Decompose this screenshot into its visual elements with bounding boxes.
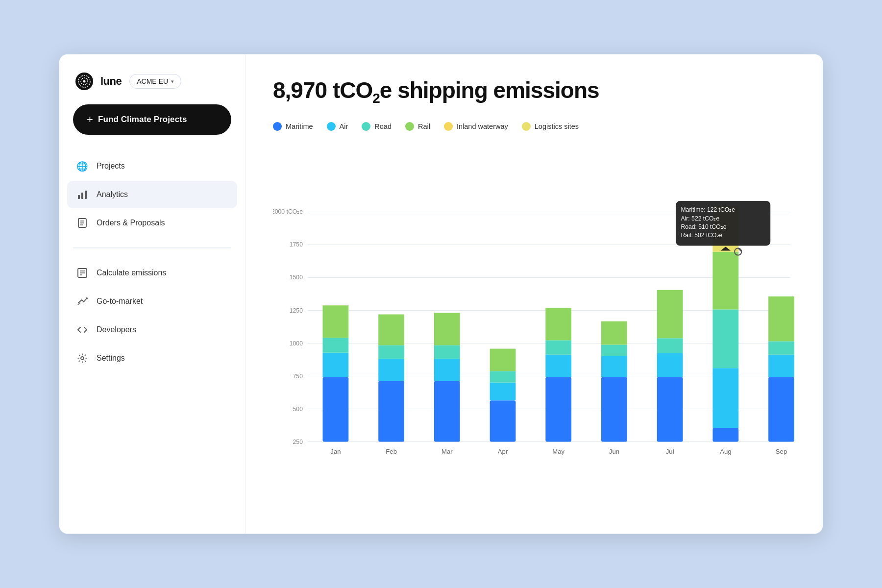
- svg-text:250: 250: [293, 439, 303, 445]
- svg-text:750: 750: [293, 373, 303, 380]
- svg-rect-50: [490, 371, 516, 382]
- fund-btn-label: Fund Climate Projects: [98, 115, 187, 124]
- legend-air-dot: [327, 122, 336, 131]
- svg-rect-76: [768, 341, 794, 354]
- main-nav: 🌐 Projects Analytics: [59, 148, 245, 241]
- bar-jan[interactable]: [323, 305, 349, 441]
- svg-rect-65: [657, 338, 683, 353]
- svg-rect-64: [657, 353, 683, 377]
- bar-may[interactable]: [545, 308, 571, 441]
- calculate-icon: [76, 267, 89, 279]
- svg-rect-48: [490, 400, 516, 441]
- svg-rect-61: [601, 321, 627, 345]
- svg-rect-44: [434, 359, 460, 381]
- sidebar-item-orders[interactable]: Orders & Proposals: [67, 209, 237, 237]
- account-selector[interactable]: ACME EU ▾: [129, 74, 181, 89]
- chevron-down-icon: ▾: [171, 78, 174, 85]
- svg-rect-46: [434, 313, 460, 345]
- svg-rect-55: [545, 340, 571, 354]
- sidebar-item-gtm[interactable]: Go-to-market: [67, 288, 237, 315]
- logo-text: lune: [100, 75, 122, 88]
- svg-rect-58: [601, 377, 627, 441]
- svg-rect-69: [712, 368, 738, 428]
- svg-rect-5: [81, 193, 83, 199]
- bar-feb[interactable]: [378, 315, 404, 442]
- svg-rect-54: [545, 355, 571, 377]
- svg-text:Jan: Jan: [330, 448, 341, 455]
- svg-text:Aug: Aug: [720, 448, 731, 455]
- svg-text:May: May: [552, 448, 564, 455]
- svg-rect-39: [378, 359, 404, 381]
- svg-text:Air: 522 tCO₂e: Air: 522 tCO₂e: [681, 215, 719, 222]
- svg-text:Jul: Jul: [666, 448, 674, 455]
- sidebar-item-gtm-label: Go-to-market: [97, 297, 143, 306]
- svg-text:1750: 1750: [290, 241, 303, 248]
- svg-rect-33: [323, 377, 349, 441]
- svg-rect-36: [323, 305, 349, 338]
- sidebar-header: lune ACME EU ▾: [59, 54, 245, 104]
- legend-road-dot: [362, 122, 370, 131]
- svg-rect-60: [601, 344, 627, 356]
- legend-air: Air: [327, 122, 348, 131]
- legend-maritime-label: Maritime: [286, 122, 313, 130]
- legend-logistics-label: Logistics sites: [535, 122, 579, 130]
- fund-climate-projects-button[interactable]: + Fund Climate Projects: [73, 104, 231, 135]
- legend-inland-label: Inland waterway: [457, 122, 508, 130]
- svg-text:2000 tCO₂e: 2000 tCO₂e: [273, 208, 303, 215]
- svg-rect-40: [378, 345, 404, 358]
- bar-sep[interactable]: [768, 296, 794, 441]
- legend-logistics-dot: [522, 122, 531, 131]
- orders-icon: [76, 217, 89, 229]
- sidebar-item-projects[interactable]: 🌐 Projects: [67, 152, 237, 180]
- svg-text:Apr: Apr: [498, 448, 508, 455]
- logo-icon: [75, 72, 94, 91]
- svg-rect-59: [601, 356, 627, 377]
- svg-rect-71: [712, 252, 738, 310]
- svg-rect-70: [712, 309, 738, 368]
- sidebar-item-settings[interactable]: Settings: [67, 344, 237, 372]
- svg-text:1500: 1500: [290, 274, 303, 281]
- svg-point-3: [83, 80, 86, 83]
- legend-maritime-dot: [273, 122, 282, 131]
- plus-icon: +: [87, 113, 93, 126]
- sidebar-item-developers[interactable]: Developers: [67, 316, 237, 343]
- svg-text:Sep: Sep: [776, 448, 787, 455]
- sidebar-item-analytics[interactable]: Analytics: [67, 181, 237, 208]
- legend-inland: Inland waterway: [444, 122, 508, 131]
- svg-rect-74: [768, 377, 794, 441]
- svg-rect-56: [545, 308, 571, 340]
- bar-jul[interactable]: [657, 290, 683, 442]
- svg-rect-63: [657, 377, 683, 441]
- sidebar-item-settings-label: Settings: [97, 354, 125, 363]
- svg-rect-51: [490, 349, 516, 371]
- chart-legend: Maritime Air Road Rail Inland waterway L…: [273, 122, 795, 131]
- sidebar-item-developers-label: Developers: [97, 325, 136, 334]
- sidebar: lune ACME EU ▾ + Fund Climate Projects 🌐…: [59, 54, 245, 534]
- svg-rect-43: [434, 381, 460, 442]
- bar-mar[interactable]: [434, 313, 460, 442]
- svg-rect-53: [545, 377, 571, 441]
- legend-road: Road: [362, 122, 392, 131]
- legend-air-label: Air: [340, 122, 348, 130]
- legend-rail-label: Rail: [418, 122, 430, 130]
- legend-inland-dot: [444, 122, 453, 131]
- bar-jun[interactable]: [601, 321, 627, 442]
- legend-maritime: Maritime: [273, 122, 313, 131]
- svg-text:Rail: 502 tCO₂e: Rail: 502 tCO₂e: [681, 232, 722, 239]
- sidebar-item-calculate-label: Calculate emissions: [97, 269, 166, 277]
- developers-icon: [76, 323, 89, 336]
- sidebar-item-calculate[interactable]: Calculate emissions: [67, 259, 237, 287]
- account-name: ACME EU: [137, 77, 168, 85]
- analytics-icon: [76, 188, 89, 201]
- gtm-icon: [76, 295, 89, 308]
- bar-apr[interactable]: [490, 349, 516, 442]
- legend-road-label: Road: [374, 122, 392, 130]
- sidebar-item-orders-label: Orders & Proposals: [97, 219, 165, 227]
- svg-text:Feb: Feb: [386, 448, 397, 455]
- page-title: 8,970 tCO2e shipping emissions: [273, 78, 795, 106]
- chart-wrapper: 2000 tCO₂e 1750 1500 1250 1000 750 500 2…: [273, 140, 795, 518]
- sidebar-item-projects-label: Projects: [97, 162, 125, 171]
- svg-text:1000: 1000: [290, 340, 303, 346]
- svg-rect-68: [712, 428, 738, 441]
- svg-rect-75: [768, 355, 794, 377]
